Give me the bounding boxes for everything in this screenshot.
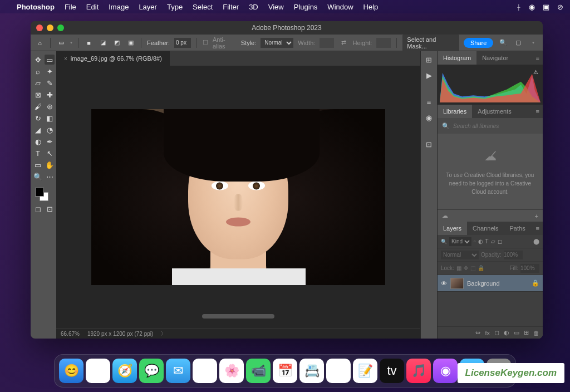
select-and-mask-button[interactable]: Select and Mask...	[402, 35, 459, 51]
eraser-tool[interactable]: ◧	[45, 113, 55, 123]
filter-image-icon[interactable]: ▫	[474, 238, 476, 244]
menu-help[interactable]: Help	[363, 3, 379, 11]
new-layer-icon[interactable]: ⊞	[524, 329, 529, 336]
frame-tool[interactable]: ⊠	[33, 90, 43, 100]
layer-name[interactable]: Background	[467, 280, 500, 287]
panel-menu-icon-3[interactable]: ≡	[533, 225, 543, 232]
play-icon[interactable]: ▶	[424, 70, 434, 80]
stamp-tool[interactable]: ⊛	[45, 101, 55, 111]
layer-mask-icon[interactable]: ◻	[494, 329, 499, 336]
histogram-warning-icon[interactable]: ⚠	[533, 69, 538, 75]
dodge-tool[interactable]: ◐	[33, 136, 43, 146]
lock-all-icon[interactable]: 🔒	[478, 265, 484, 271]
menu-filter[interactable]: Filter	[223, 3, 239, 11]
adjustments-icon[interactable]: ≡	[424, 97, 434, 107]
dock-messages[interactable]: 💬	[139, 359, 164, 383]
menubar-user-icon[interactable]: ◉	[529, 3, 535, 11]
delete-layer-icon[interactable]: 🗑	[533, 330, 539, 336]
document-image[interactable]	[91, 109, 385, 285]
marquee-tool-icon[interactable]: ▭	[56, 38, 66, 48]
link-layers-icon[interactable]: ⇔	[475, 329, 480, 336]
dock-calendar[interactable]: 📅	[273, 359, 297, 383]
marquee-tool[interactable]: ▭	[45, 55, 55, 65]
menu-view[interactable]: View	[268, 3, 284, 11]
opacity-input[interactable]	[504, 251, 523, 259]
filter-type-icon[interactable]: T	[485, 238, 489, 244]
feather-input[interactable]	[174, 38, 191, 48]
layer-filter-select[interactable]: Kind	[449, 237, 471, 246]
menu-window[interactable]: Window	[327, 3, 353, 11]
horizontal-scrollbar[interactable]	[202, 314, 274, 318]
window-close-button[interactable]	[36, 24, 43, 31]
blend-mode-select[interactable]: Normal	[441, 251, 479, 259]
adjustment-layer-icon[interactable]: ◐	[504, 329, 509, 336]
type-tool[interactable]: T	[33, 148, 43, 158]
screenmode-tool[interactable]: ⊡	[45, 204, 55, 214]
blur-tool[interactable]: ◔	[45, 125, 55, 135]
panel-menu-icon-2[interactable]: ≡	[533, 108, 543, 115]
dock-finder[interactable]: 😊	[59, 359, 83, 383]
foreground-color[interactable]	[35, 188, 44, 197]
subtract-selection-icon[interactable]: ◩	[112, 38, 121, 48]
shape-tool[interactable]: ▭	[33, 160, 43, 170]
histogram-tab[interactable]: Histogram	[438, 51, 476, 65]
panel-menu-icon[interactable]: ≡	[533, 55, 543, 61]
add-selection-icon[interactable]: ◪	[98, 38, 107, 48]
paths-tab[interactable]: Paths	[504, 222, 531, 235]
window-maximize-button[interactable]	[57, 24, 64, 31]
move-tool[interactable]: ✥	[33, 55, 43, 65]
filter-adjust-icon[interactable]: ◐	[478, 238, 483, 244]
dock-mail[interactable]: ✉	[166, 359, 190, 383]
menu-file[interactable]: File	[65, 3, 76, 11]
menubar-app-name[interactable]: Photoshop	[17, 3, 55, 11]
layer-row[interactable]: 👁 Background 🔒	[438, 275, 543, 292]
dock-facetime[interactable]: 📹	[246, 359, 271, 383]
dock-music[interactable]: 🎵	[406, 359, 431, 383]
quickmask-tool[interactable]: ◻	[33, 204, 43, 214]
home-icon[interactable]: ⌂	[35, 38, 45, 48]
menu-edit[interactable]: Edit	[86, 3, 99, 11]
add-library-icon[interactable]: +	[535, 213, 538, 219]
style-select[interactable]: Normal	[261, 38, 293, 48]
menubar-cc-icon[interactable]: ▣	[543, 3, 549, 11]
brush-tool[interactable]: 🖌	[33, 101, 43, 111]
close-tab-icon[interactable]: ×	[64, 56, 67, 62]
selection-tool[interactable]: ✦	[45, 66, 55, 76]
dock-launchpad[interactable]: ⊞	[86, 359, 110, 383]
document-info[interactable]: 1920 px x 1200 px (72 ppi)	[87, 331, 153, 337]
navigator-tab[interactable]: Navigator	[476, 51, 514, 65]
menu-plugins[interactable]: Plugins	[294, 3, 318, 11]
lock-pixels-icon[interactable]: ▦	[456, 265, 461, 271]
hand-tool[interactable]: ✋	[45, 160, 55, 170]
libraries-search-input[interactable]	[453, 123, 538, 129]
group-icon[interactable]: ▭	[514, 329, 519, 336]
zoom-tool[interactable]: 🔍	[33, 171, 43, 182]
layers-tab[interactable]: Layers	[438, 222, 467, 235]
eyedropper-tool[interactable]: ✎	[45, 78, 55, 88]
dock-contacts[interactable]: 📇	[299, 359, 324, 383]
libraries-tab[interactable]: Libraries	[438, 105, 472, 118]
menu-type[interactable]: Type	[167, 3, 183, 11]
menubar-sync-icon[interactable]: ⟊	[517, 3, 521, 11]
gradient-tool[interactable]: ◢	[33, 125, 43, 135]
lock-position-icon[interactable]: ✜	[464, 265, 468, 271]
lasso-tool[interactable]: ⌕	[33, 66, 43, 76]
filter-shape-icon[interactable]: ▱	[491, 238, 495, 244]
menubar-status-icon[interactable]: ⊘	[557, 3, 563, 11]
share-button[interactable]: Share	[464, 38, 493, 48]
history-brush-tool[interactable]: ↻	[33, 113, 43, 123]
color-swatches[interactable]	[33, 187, 55, 202]
workspace-icon[interactable]: ▢	[513, 39, 523, 46]
healing-tool[interactable]: ✚	[45, 90, 55, 100]
menu-3d[interactable]: 3D	[249, 3, 258, 11]
document-tab[interactable]: × image_69.jpg @ 66.7% (RGB/8#)	[56, 51, 170, 66]
new-selection-icon[interactable]: ■	[84, 38, 94, 48]
menu-select[interactable]: Select	[193, 3, 213, 11]
dock-reminders[interactable]: ☰	[326, 359, 351, 383]
window-minimize-button[interactable]	[47, 24, 53, 31]
pen-tool[interactable]: ✒	[45, 136, 55, 146]
filter-toggle-icon[interactable]: ⬤	[533, 238, 539, 244]
edit-toolbar[interactable]: ⋯	[45, 171, 55, 182]
styles-icon[interactable]: ◉	[424, 112, 434, 122]
layer-thumbnail[interactable]	[450, 278, 464, 289]
